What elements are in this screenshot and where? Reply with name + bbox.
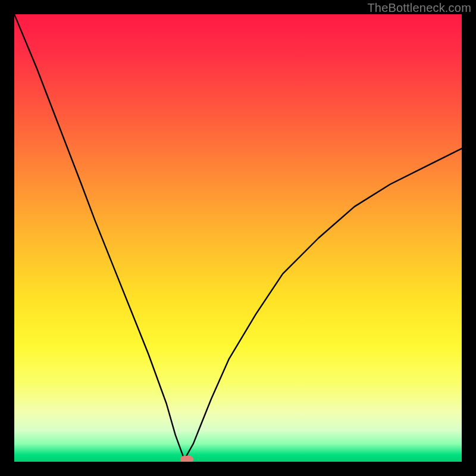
chart-frame: TheBottleneck.com [0,0,476,476]
minimum-marker [180,456,193,462]
plot-area [14,14,462,462]
watermark-text: TheBottleneck.com [367,1,471,15]
bottleneck-curve [14,14,462,462]
